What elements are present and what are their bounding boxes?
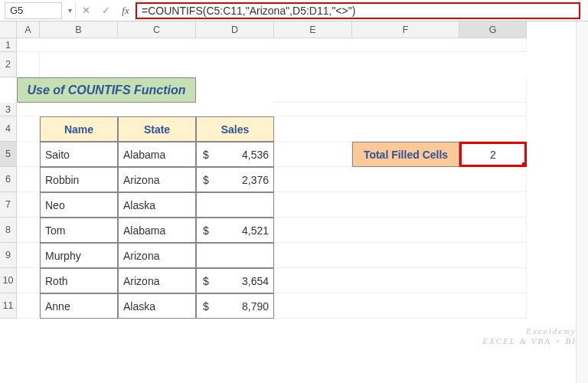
row-header-10[interactable]: 10 [0,268,17,293]
table-cell-sales[interactable] [196,192,274,218]
table-cell-state[interactable]: Arizona [118,167,196,192]
fx-icon[interactable]: fx [116,2,136,19]
cell-a10[interactable] [17,268,40,293]
row-header-11[interactable]: 11 [0,293,17,319]
sales-value: 4,536 [242,149,269,161]
row-header-8[interactable]: 8 [0,218,17,243]
table-cell-name[interactable]: Anne [40,293,118,319]
row-header-5[interactable]: 5 [0,142,17,167]
table-cell-name[interactable]: Roth [40,268,118,293]
formula-input[interactable]: =COUNTIFS(C5:C11,"Arizona",D5:D11,"<>") [136,2,580,19]
cell-a4[interactable] [17,116,40,142]
table-cell-sales[interactable]: $8,790 [196,293,274,319]
cell-a9[interactable] [17,243,40,268]
cell-e5[interactable] [274,142,352,167]
table-cell-state[interactable]: Arizona [118,243,196,268]
table-cell-state[interactable]: Alabama [118,142,196,167]
table-cell-sales[interactable] [196,243,274,268]
table-cell-sales[interactable]: $2,376 [196,167,274,192]
row-header-4[interactable]: 4 [0,116,17,142]
table-cell-state[interactable]: Alaska [118,293,196,319]
col-header-a[interactable]: A [17,21,40,38]
col-header-g[interactable]: G [459,21,527,38]
cell-empty[interactable] [274,243,527,268]
table-cell-sales[interactable]: $4,521 [196,218,274,243]
cell-empty[interactable] [17,38,527,52]
name-box-dropdown[interactable]: ▾ [65,2,76,19]
table-cell-name[interactable]: Robbin [40,167,118,192]
total-filled-label: Total Filled Cells [352,142,459,167]
select-all-corner[interactable] [0,21,17,38]
cancel-icon[interactable]: ✕ [76,2,96,19]
result-cell[interactable]: 2 [459,142,527,167]
cell-a2[interactable] [17,52,40,77]
table-cell-name[interactable]: Neo [40,192,118,218]
cell-a11[interactable] [17,293,40,319]
row-header-1[interactable]: 1 [0,38,17,52]
column-headers-row: A B C D E F G [0,21,588,38]
watermark-line1: Exceldemy [482,326,577,336]
table-cell-sales[interactable]: $3,654 [196,268,274,293]
sales-value: 4,521 [242,224,269,237]
table-cell-state[interactable]: Arizona [118,268,196,293]
row-header-2[interactable]: 2 [0,52,17,77]
sales-value: 3,654 [242,275,269,287]
header-state: State [118,116,196,142]
formula-bar: G5 ▾ ✕ ✓ fx =COUNTIFS(C5:C11,"Arizona",D… [0,0,588,21]
cell-empty[interactable] [274,268,527,293]
col-header-d[interactable]: D [196,21,274,38]
header-sales: Sales [196,116,274,142]
table-cell-name[interactable]: Tom [40,218,118,243]
table-cell-state[interactable]: Alaska [118,192,196,218]
fill-handle[interactable] [522,162,527,167]
result-value: 2 [490,149,496,161]
cell-empty[interactable] [274,192,527,218]
cell-empty[interactable] [17,103,527,116]
cell-a5[interactable] [17,142,40,167]
cell-a7[interactable] [17,192,40,218]
col-header-c[interactable]: C [118,21,196,38]
table-cell-sales[interactable]: $4,536 [196,142,274,167]
cell-empty[interactable] [274,116,527,142]
title-banner: Use of COUNTIFS Function [17,77,196,103]
cell-empty[interactable] [274,167,527,192]
sales-value: 2,376 [242,174,269,186]
sales-value: 8,790 [242,300,269,313]
cell-a8[interactable] [17,218,40,243]
watermark: Exceldemy EXCEL & VBA + BI [482,326,577,346]
header-name: Name [40,116,118,142]
row-header-3[interactable]: 3 [0,103,17,116]
worksheet-grid: 1 2 Use of COUNTIFS Function 3 4 Name St… [0,38,588,319]
row-header-7[interactable]: 7 [0,192,17,218]
vertical-scrollbar[interactable] [576,21,588,383]
col-header-e[interactable]: E [274,21,352,38]
row-header-6[interactable]: 6 [0,167,17,192]
cell-empty[interactable] [274,218,527,243]
cell-empty[interactable] [274,77,527,103]
cell-empty[interactable] [274,293,527,319]
watermark-line2: EXCEL & VBA + BI [482,336,577,346]
cell-a6[interactable] [17,167,40,192]
name-box[interactable]: G5 [5,2,62,19]
table-cell-name[interactable]: Saito [40,142,118,167]
col-header-f[interactable]: F [352,21,459,38]
table-cell-name[interactable]: Murphy [40,243,118,268]
row-header-9[interactable]: 9 [0,243,17,268]
confirm-icon[interactable]: ✓ [96,2,116,19]
col-header-b[interactable]: B [40,21,118,38]
table-cell-state[interactable]: Alabama [118,218,196,243]
